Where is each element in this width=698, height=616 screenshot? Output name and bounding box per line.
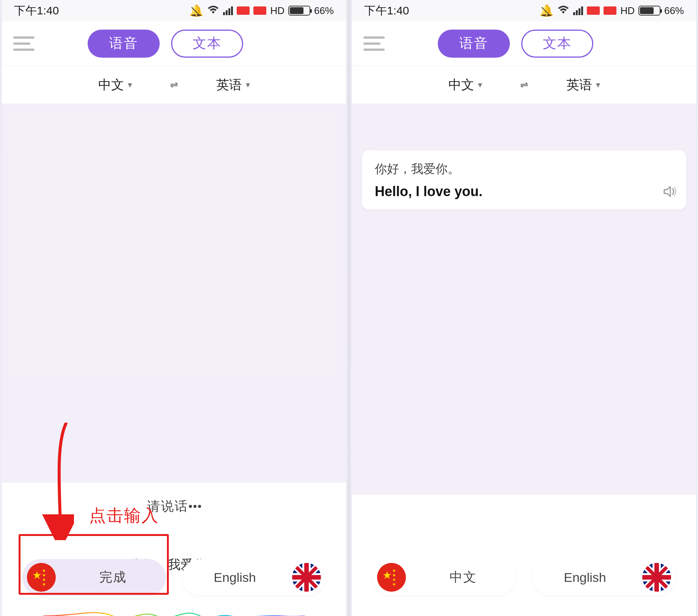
status-time: 下午1:40 (364, 3, 409, 19)
menu-button[interactable] (363, 35, 385, 52)
status-time: 下午1:40 (14, 3, 59, 19)
target-lang-label: 英语 (566, 76, 592, 94)
bottom-panel (352, 495, 696, 616)
mute-icon: 🔔 (189, 5, 203, 16)
target-lang-label: 英语 (216, 76, 242, 94)
chevron-down-icon: ▾ (246, 80, 250, 90)
card-source-text: 你好，我爱你。 (375, 161, 673, 178)
source-voice-label: 中文 (415, 569, 511, 586)
source-lang-label: 中文 (98, 76, 124, 94)
annotation-label: 点击输入 (89, 504, 159, 527)
status-hd: HD (270, 5, 285, 17)
language-row: 中文 ▾ ⇌ 英语 ▾ (352, 66, 696, 104)
phone-screen-right: 下午1:40 🔔 HD 66% 语音 文本 (352, 0, 696, 616)
tab-voice[interactable]: 语音 (438, 30, 510, 58)
target-voice-label: English (537, 570, 633, 585)
source-voice-button[interactable]: ★★★★ 中文 (373, 559, 516, 596)
chevron-down-icon: ▾ (596, 80, 600, 90)
ellipsis-icon (189, 505, 201, 508)
divider (348, 0, 350, 616)
signal-icon (573, 6, 583, 15)
target-lang-select[interactable]: 英语 ▾ (216, 76, 250, 94)
uk-flag-icon (642, 563, 671, 592)
bottom-buttons: ★★★★ 完成 English (2, 559, 346, 596)
source-voice-label: 完成 (65, 569, 161, 586)
main-area: 请说话 你好，我爱你。 (2, 105, 346, 616)
target-voice-button[interactable]: English (532, 559, 676, 596)
target-lang-select[interactable]: 英语 ▾ (566, 76, 600, 94)
translation-card[interactable]: 你好，我爱你。 Hello, I love you. (362, 150, 686, 209)
target-voice-label: English (187, 570, 283, 585)
flag-icon (604, 6, 616, 15)
tab-text[interactable]: 文本 (521, 30, 593, 58)
bottom-buttons: ★★★★ 中文 English (352, 559, 696, 596)
app-header: 语音 文本 (2, 21, 346, 66)
china-flag-icon: ★★★★ (377, 563, 406, 592)
main-area: 你好，我爱你。 Hello, I love you. ★★★★ 中文 (352, 105, 696, 616)
phone-screen-left: 下午1:40 🔔 HD 66% 语音 文本 (2, 0, 346, 616)
status-battery: 66% (664, 5, 684, 17)
language-row: 中文 ▾ ⇌ 英语 ▾ (2, 66, 346, 104)
battery-icon (638, 6, 660, 16)
source-lang-select[interactable]: 中文 ▾ (98, 76, 132, 94)
chevron-down-icon: ▾ (478, 80, 482, 90)
source-lang-select[interactable]: 中文 ▾ (448, 76, 482, 94)
flag-icon (253, 6, 266, 15)
mute-icon: 🔔 (539, 5, 553, 16)
uk-flag-icon (292, 563, 321, 592)
signal-icon (223, 6, 233, 15)
app-header: 语音 文本 (352, 21, 696, 66)
status-battery: 66% (314, 5, 334, 17)
status-bar: 下午1:40 🔔 HD 66% (352, 0, 696, 21)
wifi-icon (207, 5, 219, 16)
target-voice-button[interactable]: English (182, 559, 325, 596)
status-hd: HD (620, 5, 635, 17)
empty-panel (10, 111, 338, 376)
flag-icon (237, 6, 250, 15)
wifi-icon (557, 5, 569, 16)
swap-languages-button[interactable]: ⇌ (520, 79, 528, 91)
source-lang-label: 中文 (448, 76, 474, 94)
speaker-icon[interactable] (662, 184, 678, 201)
voice-input-panel: 请说话 你好，我爱你。 (2, 482, 346, 616)
menu-button[interactable] (13, 35, 35, 52)
card-target-text: Hello, I love you. (375, 184, 673, 200)
flag-icon (587, 6, 600, 15)
source-voice-button[interactable]: ★★★★ 完成 (22, 559, 166, 596)
chevron-down-icon: ▾ (128, 80, 132, 90)
status-bar: 下午1:40 🔔 HD 66% (2, 0, 346, 21)
swap-languages-button[interactable]: ⇌ (170, 79, 178, 91)
battery-icon (288, 6, 310, 16)
china-flag-icon: ★★★★ (27, 563, 56, 592)
tab-voice[interactable]: 语音 (88, 30, 160, 58)
tab-text[interactable]: 文本 (171, 30, 243, 58)
waveform (2, 604, 346, 616)
